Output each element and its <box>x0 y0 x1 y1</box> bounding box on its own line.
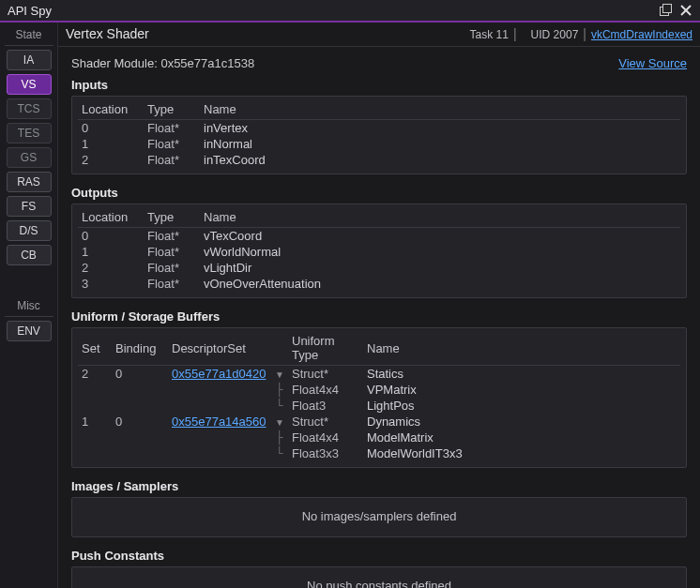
col-name: Name <box>200 100 680 120</box>
sidebar-group-misc: Misc <box>5 297 53 317</box>
table-row[interactable]: 2Float*vLightDir <box>78 260 680 276</box>
chevron-down-icon: ▼ <box>275 417 284 428</box>
descriptor-link[interactable]: 0x55e77a14a560 <box>172 415 266 429</box>
shader-module-label: Shader Module: <box>71 56 158 70</box>
section-inputs: Inputs <box>71 78 687 92</box>
stage-button-vs[interactable]: VS <box>7 74 52 95</box>
stage-button-ras[interactable]: RAS <box>7 172 52 192</box>
title-bar: API Spy <box>0 0 700 23</box>
stage-button-cb[interactable]: CB <box>7 245 52 265</box>
stage-sidebar: State IAVSTCSTESGSRASFSD/SCB Misc ENV <box>0 23 58 588</box>
stage-button-gs[interactable]: GS <box>7 147 52 168</box>
stage-button-tcs[interactable]: TCS <box>7 98 52 119</box>
stage-button-ia[interactable]: IA <box>7 50 52 70</box>
buffer-member-row: ├Float4x4ModelMatrix <box>78 430 680 445</box>
section-outputs: Outputs <box>71 186 687 200</box>
inputs-table: Location Type Name 0Float*inVertex1Float… <box>71 96 687 174</box>
view-source-link[interactable]: View Source <box>618 56 687 70</box>
buffer-member-row: ├Float4x4VPMatrix <box>78 382 680 398</box>
col-location: Location <box>78 100 144 120</box>
buffers-table: Set Binding DescriptorSet Uniform Type N… <box>71 327 687 468</box>
section-buffers: Uniform / Storage Buffers <box>71 309 687 324</box>
stage-button-tes[interactable]: TES <box>7 123 52 143</box>
section-images: Images / Samplers <box>71 479 687 493</box>
svg-rect-1 <box>663 5 672 13</box>
buffer-member-row: └Float3x3ModelWorldIT3x3 <box>78 445 680 461</box>
detach-icon[interactable] <box>657 2 674 19</box>
table-row[interactable]: 2Float*inTexCoord <box>78 152 680 168</box>
close-icon[interactable] <box>677 2 694 19</box>
outputs-table: Location Type Name 0Float*vTexCoord1Floa… <box>71 204 687 298</box>
buffer-row[interactable]: 200x55e77a1d0420▼Struct*Statics <box>78 366 680 383</box>
shader-module-value: 0x55e77a1c1538 <box>160 56 254 70</box>
section-push: Push Constants <box>71 549 687 563</box>
table-row[interactable]: 0Float*inVertex <box>78 120 680 137</box>
chevron-down-icon: ▼ <box>275 369 284 380</box>
window-title: API Spy <box>8 4 657 18</box>
table-row[interactable]: 3Float*vOneOverAttenuation <box>78 276 680 292</box>
descriptor-link[interactable]: 0x55e77a1d0420 <box>172 367 266 381</box>
images-table: No images/samplers defined <box>71 497 687 537</box>
stage-button-fs[interactable]: FS <box>7 196 52 217</box>
buffer-row[interactable]: 100x55e77a14a560▼Struct*Dynamics <box>78 414 680 430</box>
table-row[interactable]: 1Float*vWorldNormal <box>78 244 680 260</box>
page-title: Vertex Shader <box>66 26 149 41</box>
images-empty: No images/samplers defined <box>78 502 680 531</box>
stage-button-ds[interactable]: D/S <box>7 220 52 241</box>
task-label: Task 11 <box>470 28 509 41</box>
push-empty: No push constants defined <box>78 571 680 588</box>
page-header: Vertex Shader Task 11 | UID 2007 | vkCmd… <box>58 23 700 47</box>
table-row[interactable]: 1Float*inNormal <box>78 136 680 152</box>
table-row[interactable]: 0Float*vTexCoord <box>78 228 680 245</box>
command-link[interactable]: vkCmdDrawIndexed <box>591 28 692 41</box>
sidebar-group-state: State <box>5 26 53 46</box>
col-type: Type <box>144 100 200 120</box>
push-table: No push constants defined <box>71 566 687 588</box>
misc-button-env[interactable]: ENV <box>7 321 52 341</box>
buffer-member-row: └Float3LightPos <box>78 398 680 414</box>
uid-label: UID 2007 <box>531 28 579 41</box>
